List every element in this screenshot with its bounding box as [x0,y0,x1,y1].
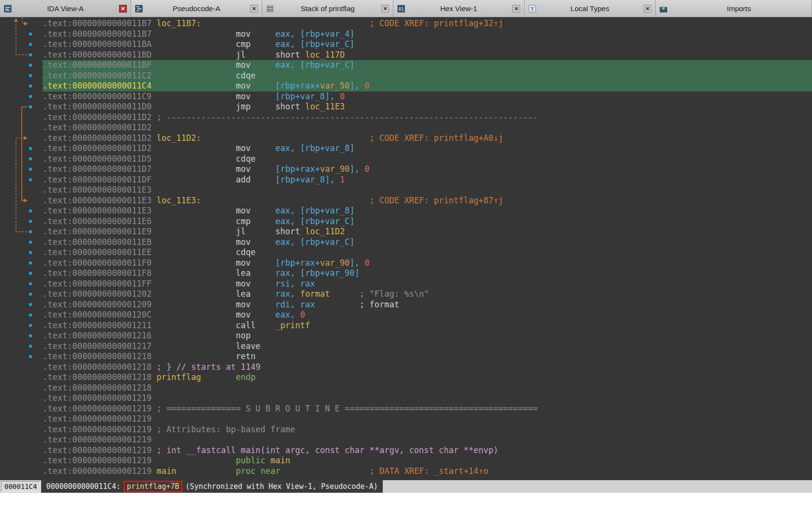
listing-line[interactable]: .text:000000000000120C mov eax, 0 [43,310,812,320]
line-address: .text:0000000000001219 [43,466,156,476]
tab-local-types[interactable]: TLocal Types× [525,0,656,17]
tab-stack-of-printflag[interactable]: Stack of printflag× [262,0,393,17]
listing-line[interactable]: .text:00000000000011EE cdqe [43,247,812,258]
listing-line[interactable]: .text:00000000000011D2 loc_11D2: ; CODE … [43,133,812,144]
listing-line[interactable]: .text:00000000000011D2 [43,122,812,133]
line-address: .text:0000000000001202 [43,289,156,299]
tab-label: Hex View-1 [408,4,510,13]
listing-line[interactable]: .text:0000000000001209 mov rdi, rax ; fo… [43,300,812,310]
tab-close-button[interactable]: × [512,5,520,13]
status-full-address: 00000000000011C4: [46,481,120,492]
svg-text:T: T [530,6,534,12]
listing-line[interactable]: .text:00000000000011E3 mov eax, [rbp+var… [43,206,812,216]
listing-line[interactable]: .text:00000000000011D2 mov eax, [rbp+var… [43,143,812,154]
listing-line[interactable]: .text:00000000000011F0 mov [rbp+rax+var_… [43,258,812,269]
line-address: .text:00000000000011DF [43,175,156,184]
bottom-filler [0,493,812,531]
line-address: .text:00000000000011C2 [43,71,156,80]
tab-ida-view-a[interactable]: IDA View-A× [0,0,131,17]
disassembly-listing: .text:00000000000011B7 loc_11B7: ; CODE … [0,17,812,476]
line-address: .text:00000000000011F0 [43,258,156,268]
listing-line[interactable]: .text:00000000000011D7 mov [rbp+rax+var_… [43,164,812,175]
imports-icon [660,5,667,13]
line-address: .text:0000000000001218 [43,383,156,393]
listing-line[interactable]: .text:00000000000011D5 cdqe [43,154,812,165]
tab-close-button[interactable]: × [381,5,389,13]
listing-line[interactable]: .text:00000000000011C4 mov [rbp+rax+var_… [43,81,812,91]
listing-line[interactable]: .text:0000000000001218 [43,383,812,394]
listing-line[interactable]: .text:00000000000011DF add [rbp+var_8], … [43,175,812,185]
listing-line[interactable]: .text:0000000000001218 printflag endp [43,372,812,383]
listing-line[interactable]: .text:00000000000011E9 jl short loc_11D2 [43,227,812,237]
listing-line[interactable]: .text:0000000000001219 ; Attributes: bp-… [43,425,812,435]
listing-line[interactable]: .text:00000000000011B7 mov eax, [rbp+var… [43,29,812,40]
listing-line[interactable]: .text:00000000000011F8 lea rax, [rbp+var… [43,268,812,279]
tab-close-button[interactable]: × [250,5,258,13]
line-address: .text:00000000000011B7 [43,18,156,28]
line-address: .text:0000000000001218 [43,351,156,361]
tab-hex-view-1[interactable]: 01Hex View-1× [393,0,525,17]
line-address: .text:00000000000011D2 [43,143,156,153]
listing-line[interactable]: .text:0000000000001217 leave [43,341,812,352]
tab-label: IDA View-A [15,4,116,13]
listing-line[interactable]: .text:00000000000011D2 ; ---------------… [43,112,812,123]
listing-line[interactable]: .text:00000000000011EB mov eax, [rbp+var… [43,237,812,248]
listing-line[interactable]: .text:00000000000011BD jl short loc_117D [43,50,812,61]
line-address: .text:00000000000011E6 [43,216,156,226]
line-address: .text:00000000000011D2 [43,112,156,122]
listing-line[interactable]: .text:00000000000011FF mov rsi, rax [43,279,812,289]
line-address: .text:00000000000011D2 [43,133,156,143]
status-sync-text: (Synchronized with Hex View-1, Pseudocod… [185,481,377,492]
line-address-current: .text:00000000000011C4 [43,81,156,91]
line-address: .text:0000000000001219 [43,455,156,465]
ida-view-icon [4,5,12,13]
listing-line[interactable]: .text:00000000000011BF mov eax, [rbp+var… [43,60,812,71]
listing-line[interactable]: .text:00000000000011B7 loc_11B7: ; CODE … [43,18,812,29]
line-address: .text:0000000000001219 [43,404,156,413]
tab-label: Local Types [539,4,641,13]
line-address: .text:00000000000011E3 [43,185,156,195]
line-address: .text:00000000000011E3 [43,206,156,215]
tab-close-button[interactable]: × [119,5,127,13]
listing-line[interactable]: .text:0000000000001219 main proc near ; … [43,466,812,477]
listing-line[interactable]: .text:0000000000001219 ; ===============… [43,404,812,414]
tab-pseudocode-a[interactable]: Pseudocode-A× [131,0,262,17]
listing-line[interactable]: .text:0000000000001219 [43,435,812,445]
listing-line[interactable]: .text:00000000000011D0 jmp short loc_11E… [43,102,812,112]
line-address: .text:00000000000011D5 [43,154,156,164]
line-address: .text:00000000000011B7 [43,29,156,39]
line-address: .text:0000000000001218 [43,362,156,372]
line-address: .text:00000000000011EB [43,237,156,247]
status-bar: 000011C4 00000000000011C4:printflag+7B(S… [0,480,812,493]
listing-line[interactable]: .text:00000000000011BA cmp eax, [rbp+var… [43,39,812,50]
line-address: .text:00000000000011F8 [43,268,156,278]
line-address: .text:00000000000011E9 [43,227,156,236]
listing-line[interactable]: .text:00000000000011C2 cdqe [43,71,812,81]
svg-text:01: 01 [399,6,404,11]
listing-line[interactable]: .text:0000000000001218 retn [43,351,812,362]
listing-line[interactable]: .text:0000000000001202 lea rax, format ;… [43,289,812,300]
listing-line[interactable]: .text:0000000000001219 public main [43,455,812,466]
line-address: .text:0000000000001219 [43,393,156,403]
listing-line[interactable]: .text:00000000000011C9 mov [rbp+var_8], … [43,91,812,102]
tab-close-button[interactable]: × [644,5,651,13]
line-address: .text:00000000000011D2 [43,122,156,132]
status-location-highlight: printflag+7B [123,481,182,492]
listing-line[interactable]: .text:0000000000001216 nop [43,331,812,341]
listing-line[interactable]: .text:00000000000011E3 loc_11E3: ; CODE … [43,196,812,206]
hex-icon: 01 [397,5,405,13]
line-address: .text:0000000000001219 [43,435,156,444]
listing-line[interactable]: .text:0000000000001219 ; int __fastcall … [43,445,812,456]
listing-line[interactable]: .text:0000000000001218 ; } // starts at … [43,362,812,373]
tab-label: Stack of printflag [277,4,378,13]
disassembly-view: .text:00000000000011B7 loc_11B7: ; CODE … [0,17,812,480]
listing-line[interactable]: .text:00000000000011E3 [43,185,812,196]
tab-label: Pseudocode-A [146,4,247,13]
line-address: .text:00000000000011EE [43,247,156,257]
listing-line[interactable]: .text:0000000000001219 [43,414,812,425]
listing-line[interactable]: .text:00000000000011E6 cmp eax, [rbp+var… [43,216,812,227]
line-address: .text:0000000000001216 [43,331,156,340]
listing-line[interactable]: .text:0000000000001211 call _printf [43,320,812,331]
listing-line[interactable]: .text:0000000000001219 [43,393,812,404]
tab-imports[interactable]: Imports [656,0,812,17]
